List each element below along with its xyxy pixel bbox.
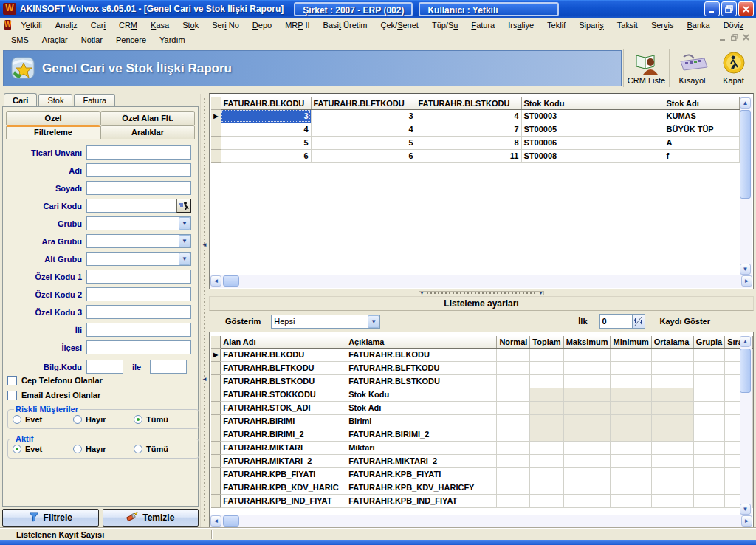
menu-item-i-rsaliye[interactable]: İrsaliye — [501, 19, 540, 31]
cell-aciklama[interactable]: FATURAHR.KPB_FIYATI — [346, 467, 497, 481]
cell-alan-adi[interactable]: FATURAHR.BIRIMI — [221, 414, 346, 428]
cell-option[interactable] — [530, 374, 563, 388]
cell-option[interactable] — [497, 374, 530, 388]
checkbox-cep-telefonu-olanlar[interactable]: Cep Telefonu Olanlar — [7, 373, 103, 388]
cell[interactable]: 3 — [311, 109, 416, 123]
filtrele-button[interactable]: Filtrele — [2, 509, 99, 527]
cell[interactable]: BÜYÜK TÜP — [664, 123, 739, 136]
cell-option[interactable] — [611, 454, 651, 467]
quick-search-icon[interactable] — [176, 199, 191, 213]
cell-option[interactable] — [693, 401, 724, 414]
cell-option[interactable] — [693, 441, 724, 454]
cell-option[interactable] — [693, 454, 724, 467]
cell-option[interactable] — [497, 428, 530, 441]
cell-alan-adi[interactable]: FATURAHR.BLFTKODU — [221, 361, 346, 374]
hscroll-thumb-2[interactable] — [223, 515, 239, 527]
cell[interactable]: 4 — [311, 123, 416, 136]
menu-item-fatura[interactable]: Fatura — [464, 19, 501, 31]
crm-liste-button[interactable]: CRM Liste — [623, 49, 669, 87]
cell-option[interactable] — [693, 361, 724, 374]
cell-aciklama[interactable]: Miktarı — [346, 441, 497, 454]
cell[interactable]: ST00003 — [521, 109, 664, 123]
chevron-down-icon[interactable]: ▼ — [179, 235, 190, 247]
input-ad[interactable] — [86, 163, 191, 177]
cell-alan-adi[interactable]: FATURAHR.MIKTARI — [221, 441, 346, 454]
column-header-normal[interactable]: Normal — [497, 336, 530, 348]
cell-option[interactable] — [651, 414, 693, 428]
menu-item-ek-senet[interactable]: Çek/Senet — [374, 19, 425, 31]
vertical-splitter[interactable]: ◄ ◄ — [200, 94, 207, 527]
scroll-up-icon-2[interactable]: ▲ — [740, 336, 751, 347]
menu-item-mrp-ii[interactable]: MRP II — [278, 19, 316, 31]
cell-option[interactable] — [611, 428, 651, 441]
cell-option[interactable] — [693, 374, 724, 388]
cell[interactable]: 3 — [221, 109, 311, 123]
column-header-stok-kodu[interactable]: Stok Kodu — [521, 97, 664, 109]
cell-option[interactable] — [651, 494, 693, 507]
temizle-button[interactable]: Temizle — [103, 509, 199, 527]
cell[interactable]: 8 — [416, 136, 521, 149]
cell-option[interactable] — [651, 401, 693, 414]
cell-option[interactable] — [693, 414, 724, 428]
cell[interactable]: f — [664, 149, 739, 162]
select-ara-grubu[interactable]: ▼ — [86, 234, 191, 248]
cell-option[interactable] — [611, 467, 651, 481]
subtab-filtreleme[interactable]: Filtreleme — [6, 125, 100, 139]
cell-aciklama[interactable]: FATURAHR.KPB_IND_FIYAT — [346, 494, 497, 507]
table-row[interactable]: FATURAHR.BIRIMI_2FATURAHR.BIRIMI_2 — [211, 428, 753, 441]
cell-option[interactable] — [563, 401, 611, 414]
cell-option[interactable] — [693, 428, 724, 441]
cell-alan-adi[interactable]: FATURAHR.MIKTARI_2 — [221, 454, 346, 467]
column-header-alan-ad[interactable]: Alan Adı — [221, 336, 346, 348]
cell[interactable]: ST00005 — [521, 123, 664, 136]
scroll-down-icon[interactable]: ▼ — [740, 264, 751, 275]
cell-option[interactable] — [497, 348, 530, 361]
menu-item-depo[interactable]: Depo — [246, 19, 278, 31]
table-row[interactable]: FATURAHR.KPB_IND_FIYATFATURAHR.KPB_IND_F… — [211, 494, 753, 507]
cell-option[interactable] — [497, 441, 530, 454]
cell-alan-adi[interactable]: FATURAHR.BIRIMI_2 — [221, 428, 346, 441]
column-header-toplam[interactable]: Toplam — [530, 336, 563, 348]
input-i-l-esi[interactable] — [86, 340, 191, 354]
menu-item-stok[interactable]: Stok — [176, 19, 205, 31]
cell[interactable]: 5 — [221, 136, 311, 149]
ilk-spinner[interactable]: 0 — [599, 314, 645, 329]
chevron-down-icon[interactable]: ▼ — [179, 217, 190, 230]
hscroll-thumb[interactable] — [223, 275, 239, 287]
menu-item-teklif[interactable]: Teklif — [540, 19, 572, 31]
column-header-maksimum[interactable]: Maksimum — [563, 336, 611, 348]
radio-aktif-hay-r[interactable]: Hayır — [73, 445, 134, 453]
cell-alan-adi[interactable]: FATURAHR.KPB_IND_FIYAT — [221, 494, 346, 507]
table-row[interactable]: 447ST00005BÜYÜK TÜP — [211, 123, 739, 136]
table-row[interactable]: FATURAHR.STOK_ADIStok Adı — [211, 401, 753, 414]
cell-option[interactable] — [530, 481, 563, 494]
collapse-left-icon-2[interactable]: ◄ — [202, 376, 207, 383]
input-i-li[interactable] — [86, 323, 191, 337]
tab-stok[interactable]: Stok — [38, 94, 72, 107]
cell-option[interactable] — [651, 441, 693, 454]
minimize-button[interactable] — [704, 1, 720, 16]
cell-aciklama[interactable]: FATURAHR.BIRIMI_2 — [346, 428, 497, 441]
cell-aciklama[interactable]: FATURAHR.BLKODU — [346, 348, 497, 361]
gosterim-select[interactable]: Hepsi ▼ — [271, 315, 380, 329]
cell[interactable]: 5 — [311, 136, 416, 149]
cell-option[interactable] — [497, 388, 530, 401]
result-grid-hscrollbar[interactable]: ◄ ► — [210, 275, 752, 288]
cell-option[interactable] — [651, 374, 693, 388]
menu-item-banka[interactable]: Banka — [680, 19, 716, 31]
menu-item-pencere[interactable]: Pencere — [109, 34, 153, 46]
input-cari-kodu[interactable] — [86, 199, 176, 213]
table-row[interactable]: 6611ST00008f — [211, 149, 739, 162]
subtab-ozel[interactable]: Özel — [6, 111, 100, 125]
cell-option[interactable] — [530, 414, 563, 428]
cell-aciklama[interactable]: Stok Kodu — [346, 388, 497, 401]
splitter-handle[interactable]: ▼ ▼ — [419, 291, 544, 295]
radio-aktif-evet[interactable]: Evet — [13, 445, 73, 453]
cell-option[interactable] — [497, 401, 530, 414]
column-header-faturahr-blftkodu[interactable]: FATURAHR.BLFTKODU — [311, 97, 416, 109]
cell[interactable]: ST00008 — [521, 149, 664, 162]
cell[interactable]: 6 — [221, 149, 311, 162]
column-header-stok-ad[interactable]: Stok Adı — [664, 97, 739, 109]
radio-riskli-m-teriler-t-m[interactable]: Tümü — [134, 415, 194, 424]
column-header-minimum[interactable]: Minimum — [611, 336, 651, 348]
